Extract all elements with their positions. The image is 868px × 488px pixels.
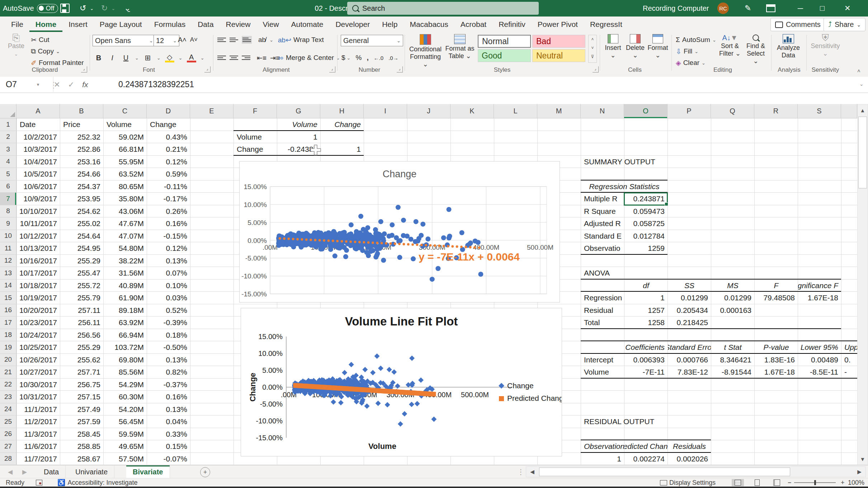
- new-sheet-button[interactable]: +: [200, 467, 210, 477]
- cell-B3[interactable]: 252.86: [60, 143, 103, 156]
- column-header-B[interactable]: B: [60, 104, 103, 118]
- cell-B22[interactable]: 256.75: [60, 379, 103, 391]
- format-as-table-button[interactable]: Format asTable ⌄: [445, 34, 475, 60]
- ribbon-tab-refinitiv[interactable]: Refinitiv: [492, 17, 532, 32]
- column-header-S[interactable]: S: [798, 104, 841, 118]
- insert-cells-button[interactable]: Insert⌄: [603, 34, 623, 59]
- cell-D1[interactable]: Change: [147, 118, 190, 131]
- column-header-N[interactable]: N: [581, 104, 624, 118]
- cell-Q15[interactable]: 0.01299: [711, 292, 754, 304]
- cell-N10[interactable]: Standard E: [581, 230, 624, 243]
- cell-F2[interactable]: Volume: [234, 131, 277, 144]
- style-good[interactable]: Good: [478, 49, 531, 62]
- column-header-E[interactable]: E: [190, 104, 233, 118]
- cell-D19[interactable]: -0.50%: [147, 341, 190, 354]
- number-format-select[interactable]: General⌄: [341, 35, 403, 46]
- cell-A6[interactable]: 10/6/2017: [17, 180, 60, 193]
- sheet-nav-right-icon[interactable]: ▶: [22, 465, 27, 478]
- cell-A7[interactable]: 10/9/2017: [17, 193, 60, 205]
- cell-S15[interactable]: 1.67E-18: [798, 292, 841, 304]
- cell-C28[interactable]: 57.50M: [104, 453, 147, 465]
- cell-A5[interactable]: 10/5/2017: [17, 168, 60, 180]
- zoom-slider-handle[interactable]: [814, 480, 816, 485]
- enter-icon[interactable]: ✓: [68, 80, 75, 89]
- cell-R14[interactable]: F: [755, 280, 798, 292]
- cell-D15[interactable]: 0.03%: [147, 292, 190, 304]
- bold-button[interactable]: B: [94, 54, 103, 62]
- cell-D4[interactable]: 0.12%: [147, 156, 190, 168]
- cell-D22[interactable]: -0.37%: [147, 379, 190, 391]
- cell-A11[interactable]: 10/13/2017: [17, 242, 60, 255]
- increase-font-icon[interactable]: A˄: [178, 36, 187, 44]
- cell-D25[interactable]: 0.04%: [147, 416, 190, 428]
- cell-D23[interactable]: 0.16%: [147, 391, 190, 403]
- row-header-22[interactable]: 22: [0, 379, 16, 391]
- underline-button[interactable]: U: [121, 54, 131, 62]
- cell-O10[interactable]: 0.012784: [624, 230, 667, 243]
- align-bottom-icon[interactable]: [242, 36, 252, 44]
- cell-N21[interactable]: Volume: [581, 366, 624, 379]
- column-header-T-clipped[interactable]: [841, 104, 857, 118]
- cell-D12[interactable]: 0.13%: [147, 255, 190, 267]
- cell-N20[interactable]: Intercept: [581, 354, 624, 366]
- redo-button[interactable]: ↻⌄: [98, 0, 115, 17]
- cell-A16[interactable]: 10/20/2017: [17, 304, 60, 317]
- row-header-20[interactable]: 20: [0, 354, 16, 366]
- row-header-5[interactable]: 5: [0, 168, 16, 180]
- column-header-C[interactable]: C: [103, 104, 147, 118]
- chart-volume-line-fit[interactable]: 15.00%10.00%5.00%0.00%-5.00%-10.00%-15.0…: [241, 308, 562, 456]
- column-header-D[interactable]: D: [147, 104, 190, 118]
- cell-D17[interactable]: -0.39%: [147, 316, 190, 329]
- cell-A28[interactable]: 11/7/2017: [17, 453, 60, 465]
- cell-N27[interactable]: Observations: [581, 440, 624, 453]
- cell-C27[interactable]: 49.65M: [104, 440, 147, 453]
- page-layout-view-button[interactable]: [751, 479, 763, 486]
- sensitivity-button[interactable]: ⛨ Sensitivity⌄: [809, 34, 841, 57]
- ribbon-tab-view[interactable]: View: [256, 17, 285, 32]
- cell-C24[interactable]: 54.20M: [104, 403, 147, 416]
- cell-A19[interactable]: 10/25/2017: [17, 341, 60, 354]
- row-header-12[interactable]: 12: [0, 255, 16, 267]
- cell-A13[interactable]: 10/17/2017: [17, 267, 60, 280]
- cell-O19[interactable]: Coefficients: [624, 341, 667, 354]
- chart-change-scatter[interactable]: 15.00%10.00%5.00%0.00%-5.00%-10.00%-15.0…: [239, 161, 560, 302]
- cell-A15[interactable]: 10/19/2017: [17, 292, 60, 304]
- cell-A14[interactable]: 10/18/2017: [17, 280, 60, 292]
- cell-C3[interactable]: 66.81M: [104, 143, 147, 156]
- cell-B27[interactable]: 258.85: [60, 440, 103, 453]
- find-select-button[interactable]: Find &Select ⌄: [744, 34, 768, 65]
- cell-B25[interactable]: 257.59: [60, 416, 103, 428]
- cell-B23[interactable]: 257.15: [60, 391, 103, 403]
- alignment-dialog-launcher[interactable]: ⌟: [329, 66, 335, 72]
- ribbon-tab-developer[interactable]: Developer: [329, 17, 376, 32]
- sheet-nav-left-icon[interactable]: ◀: [8, 465, 13, 478]
- draw-pen-button[interactable]: ✎: [741, 0, 755, 17]
- row-header-26[interactable]: 26: [0, 428, 16, 441]
- cell-A17[interactable]: 10/23/2017: [17, 316, 60, 329]
- cell-D8[interactable]: 0.26%: [147, 205, 190, 218]
- ribbon-tab-automate[interactable]: Automate: [285, 17, 330, 32]
- undo-button[interactable]: ↺⌄: [76, 0, 94, 17]
- column-header-A[interactable]: A: [16, 104, 60, 118]
- macro-record-button[interactable]: [36, 478, 42, 487]
- cell-N16[interactable]: Residual: [581, 304, 624, 317]
- cell-D26[interactable]: 0.33%: [147, 428, 190, 441]
- cell-N11[interactable]: Observatio: [581, 242, 624, 255]
- borders-button[interactable]: ⊞: [143, 53, 152, 62]
- cell-H1[interactable]: Change: [321, 118, 364, 131]
- cell-O17[interactable]: 1258: [624, 316, 667, 329]
- cell-C8[interactable]: 43.06M: [104, 205, 147, 218]
- format-cells-button[interactable]: Format⌄: [647, 34, 669, 59]
- cell-O21[interactable]: -7E-11: [624, 366, 667, 379]
- analyze-data-button[interactable]: AnalyzeData: [774, 34, 803, 59]
- cell-N15[interactable]: Regression: [581, 292, 624, 304]
- cell-D2[interactable]: 0.43%: [147, 131, 190, 144]
- cell-S20[interactable]: 0.00489: [798, 354, 841, 366]
- conditional-formatting-button[interactable]: ConditionalFormatting ⌄: [408, 34, 443, 68]
- cell-B18[interactable]: 256.56: [60, 329, 103, 342]
- ribbon-tab-macabacus[interactable]: Macabacus: [404, 17, 454, 32]
- cell-B2[interactable]: 252.32: [60, 131, 103, 144]
- cell-O27[interactable]: Predicted Change: [624, 440, 667, 453]
- column-header-J[interactable]: J: [407, 104, 450, 118]
- column-header-F[interactable]: F: [233, 104, 277, 118]
